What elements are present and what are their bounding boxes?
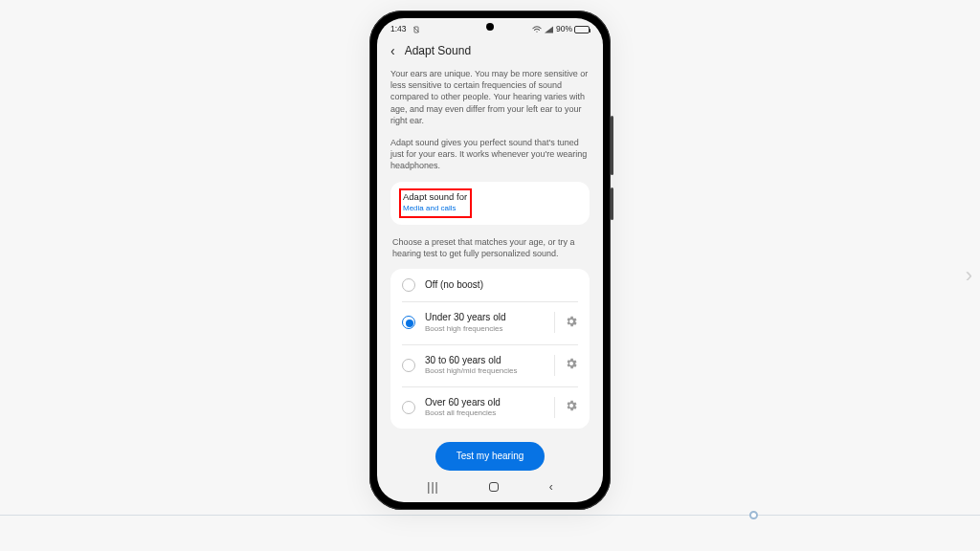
radio-icon[interactable] — [402, 278, 415, 292]
gear-icon — [565, 399, 578, 415]
page-header: ‹ Adapt Sound — [377, 37, 603, 68]
battery-icon — [574, 26, 590, 33]
tutorial-highlight: Adapt sound for Media and calls — [399, 188, 472, 218]
preset-option-sub: Boost high frequencies — [425, 324, 545, 335]
preset-option-off[interactable]: Off (no boost) — [390, 269, 590, 301]
nav-home-icon[interactable] — [489, 482, 499, 492]
page-content: Your ears are unique. You may be more se… — [377, 68, 603, 479]
battery-indicator: 90% — [556, 24, 590, 34]
nav-back-icon[interactable]: ‹ — [549, 479, 553, 495]
adapt-target-title: Adapt sound for — [403, 191, 467, 204]
preset-option-sub: Boost high/mid frequencies — [425, 366, 545, 377]
carousel-handle[interactable] — [749, 511, 758, 519]
preset-option-sub: Boost all frequencies — [425, 408, 545, 419]
preset-options: Off (no boost) Under 30 years old Boost … — [390, 269, 590, 429]
preset-option-label: Off (no boost) — [425, 278, 578, 292]
status-left: 1:43 — [390, 24, 420, 34]
radio-icon[interactable] — [402, 359, 415, 372]
signal-icon — [545, 26, 553, 33]
preset-option-settings[interactable] — [554, 397, 578, 418]
volume-button — [611, 116, 613, 175]
preset-option-label: Over 60 years old — [425, 396, 545, 409]
battery-percent: 90% — [556, 24, 572, 34]
test-hearing-button[interactable]: Test my hearing — [435, 442, 546, 471]
svg-point-2 — [536, 31, 537, 32]
preset-option-settings[interactable] — [554, 312, 578, 333]
adapt-target-card[interactable]: Adapt sound for Media and calls — [390, 182, 590, 225]
status-time: 1:43 — [390, 24, 407, 33]
nav-recent-icon[interactable]: ||| — [427, 479, 438, 495]
wifi-icon — [532, 26, 542, 33]
radio-icon[interactable] — [402, 401, 415, 414]
radio-icon[interactable] — [402, 316, 415, 329]
status-right: 90% — [532, 24, 590, 34]
adapt-target-value: Media and calls — [403, 204, 467, 214]
front-camera — [486, 23, 494, 31]
carousel-next-icon[interactable]: › — [966, 263, 972, 288]
preset-option-label: 30 to 60 years old — [425, 354, 545, 367]
gear-icon — [565, 357, 578, 373]
no-sim-icon — [412, 26, 420, 33]
power-button — [611, 187, 613, 220]
preset-option-label: Under 30 years old — [425, 311, 545, 324]
preset-note: Choose a preset that matches your age, o… — [390, 234, 590, 269]
phone-frame: 1:43 90% — [369, 11, 611, 510]
preset-option-under-30[interactable]: Under 30 years old Boost high frequencie… — [390, 301, 590, 343]
back-icon[interactable]: ‹ — [390, 44, 395, 57]
preset-option-settings[interactable] — [554, 355, 578, 376]
cta-row: Test my hearing — [390, 429, 590, 480]
phone-screen: 1:43 90% — [377, 18, 603, 502]
intro-paragraph-2: Adapt sound gives you perfect sound that… — [390, 137, 590, 171]
intro-paragraph-1: Your ears are unique. You may be more se… — [390, 68, 590, 126]
page-title: Adapt Sound — [405, 43, 471, 58]
gear-icon — [565, 315, 578, 331]
android-navbar: ||| ‹ — [377, 477, 603, 502]
preset-option-over-60[interactable]: Over 60 years old Boost all frequencies — [390, 386, 590, 429]
preset-option-30-60[interactable]: 30 to 60 years old Boost high/mid freque… — [390, 344, 590, 386]
carousel-track — [0, 515, 980, 516]
